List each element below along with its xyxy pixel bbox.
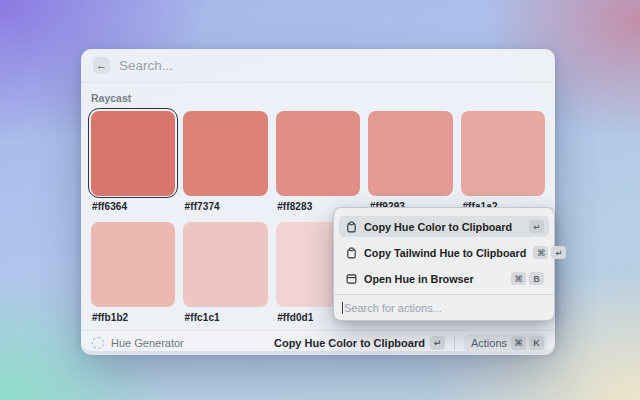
clipboard-icon (346, 221, 357, 233)
action-item[interactable]: Copy Hue Color to Clipboard↵ (339, 216, 549, 237)
color-swatch[interactable] (368, 111, 453, 196)
actions-list: Copy Hue Color to Clipboard↵Copy Tailwin… (334, 208, 554, 294)
swatch-cell[interactable]: #ff6364 (88, 108, 178, 219)
swatch-hex-label: #ff6364 (92, 201, 178, 212)
action-label: Copy Hue Color to Clipboard (364, 221, 522, 233)
clipboard-icon (346, 247, 357, 259)
key-badge: ⌘ (511, 336, 526, 350)
swatch-selection-ring (366, 108, 456, 198)
key-badge: ⌘ (533, 246, 548, 259)
swatch-cell[interactable]: #ff9293 (366, 108, 456, 219)
swatch-hex-label: #ff7374 (185, 201, 271, 212)
swatch-hex-label: #ffb1b2 (92, 312, 178, 323)
hue-generator-icon (92, 337, 104, 349)
swatch-cell[interactable]: #ffb1b2 (88, 219, 178, 330)
actions-button[interactable]: Actions ⌘K (464, 334, 547, 352)
shortcut-keys: ↵ (529, 220, 544, 233)
status-bar: Hue Generator Copy Hue Color to Clipboar… (81, 330, 555, 355)
color-swatch[interactable] (91, 111, 176, 196)
swatch-selection-ring (181, 108, 271, 198)
search-input[interactable] (119, 58, 543, 73)
swatch-selection-ring (273, 108, 363, 198)
key-badge: ⌘ (511, 272, 526, 285)
back-button[interactable]: ← (93, 57, 110, 74)
swatch-selection-ring (181, 219, 271, 309)
swatch-selection-ring (458, 108, 548, 198)
divider (454, 336, 455, 350)
color-swatch[interactable] (183, 111, 268, 196)
swatch-selection-ring (88, 108, 178, 198)
text-cursor (342, 302, 343, 314)
color-swatch[interactable] (276, 111, 361, 196)
browser-window-icon (346, 273, 357, 285)
swatch-cell[interactable]: #ffa1a2 (458, 108, 548, 219)
key-badge: ↵ (551, 246, 566, 259)
key-badge: ↵ (529, 220, 544, 233)
actions-search-row (334, 294, 554, 320)
actions-search-input[interactable] (344, 302, 546, 314)
swatch-cell[interactable]: #ff7374 (181, 108, 271, 219)
actions-button-label: Actions (471, 337, 507, 349)
primary-action-label[interactable]: Copy Hue Color to Clipboard (274, 337, 425, 349)
action-label: Copy Tailwind Hue to Clipboard (364, 247, 526, 259)
action-item[interactable]: Open Hue in Browser⌘B (339, 268, 549, 289)
key-badge: B (529, 272, 544, 285)
shortcut-keys: ⌘↵ (533, 246, 566, 259)
action-item[interactable]: Copy Tailwind Hue to Clipboard⌘↵ (339, 242, 549, 263)
swatch-selection-ring (88, 219, 178, 309)
color-swatch[interactable] (183, 222, 268, 307)
color-swatch[interactable] (91, 222, 176, 307)
key-badge: K (529, 336, 544, 350)
section-label: Raycast (91, 92, 548, 104)
shortcut-keys: ⌘B (511, 272, 544, 285)
color-swatch[interactable] (461, 111, 546, 196)
action-label: Open Hue in Browser (364, 273, 504, 285)
search-header: ← (81, 49, 555, 83)
return-key-badge: ↵ (430, 336, 445, 350)
extension-name: Hue Generator (111, 337, 274, 349)
swatch-cell[interactable]: #ffc1c1 (181, 219, 271, 330)
actions-popup: Copy Hue Color to Clipboard↵Copy Tailwin… (333, 207, 555, 321)
swatch-hex-label: #ffc1c1 (185, 312, 271, 323)
actions-keys: ⌘K (511, 336, 544, 350)
swatch-cell[interactable]: #ff8283 (273, 108, 363, 219)
